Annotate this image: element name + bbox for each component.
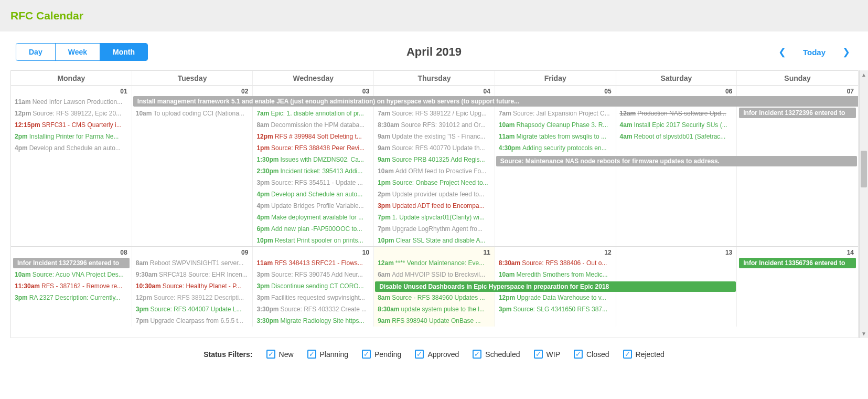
calendar-event[interactable]: 8amSource - RFS 384960 Updates ... [375, 292, 494, 303]
calendar-event[interactable]: 11:30amRFS - 387162 - Remove re... [12, 280, 131, 292]
calendar-event[interactable]: 7pm1. Update slpvclar01(Clarity) wi... [375, 212, 494, 223]
calendar-event[interactable]: 11amMigrate tables from swsqlis to ... [496, 131, 615, 142]
calendar-event[interactable]: 12am**** Vendor Maintenance: Eve... [375, 257, 494, 269]
event-title: Upgrade LogRhythm Agent fro... [392, 225, 483, 233]
calendar-event[interactable]: 1pmSource: RFS 388438 Peer Revi... [254, 142, 372, 154]
calendar-event[interactable]: 3pmSource: RFS 354511 - Update ... [254, 177, 372, 188]
day-cell[interactable]: 098amReboot SWPVINSIGHT1 server...9:30am… [132, 247, 253, 327]
calendar-event[interactable]: 3pmFacilities requested swpvinsight... [254, 292, 372, 303]
calendar-event[interactable]: 10pmClear SSL State and disable A... [375, 235, 494, 246]
calendar-event[interactable]: 3pmRA 2327 Description: Currently... [12, 292, 131, 303]
event-title: Production NAS software Upd... [637, 110, 726, 117]
calendar-event[interactable]: 3pmDiscontinue sending CT CORO... [254, 280, 372, 292]
calendar-event[interactable]: 8:30amupdate system pulse to the l... [375, 303, 494, 315]
calendar-event[interactable]: 1pmSource: Onbase Project Need to... [375, 177, 494, 188]
calendar-event[interactable]: 4pmMake deployment available for ... [254, 212, 372, 223]
calendar-event[interactable]: 7pmUpgrade Clearpass from 6.5.5 t... [133, 315, 252, 327]
filter-wip[interactable]: ✓WIP [534, 350, 560, 359]
next-month-icon[interactable]: ❯ [840, 44, 852, 60]
events-list: 10amTo upload coding CCI (Nationa... [132, 108, 253, 119]
calendar-event[interactable]: 3pmSource: RFS 404007 Update L... [133, 303, 252, 315]
calendar-event[interactable]: 9:30amSRFC#18 Source: EHR Incen... [133, 269, 252, 280]
calendar-event[interactable]: 4amReboot of slpvstdb01 (Safetrac... [617, 131, 736, 142]
day-cell[interactable]: 047amSource: RFS 389122 / Epic Upg...8:3… [374, 86, 495, 246]
event-time: 3pm [256, 179, 270, 186]
all-day-event[interactable]: Infor Incident 13272396 entered to [739, 108, 856, 118]
calendar-event[interactable]: 8amReboot SWPVINSIGHT1 server... [133, 257, 252, 269]
calendar-event[interactable]: 9amUpdate the existing "IS - Financ... [375, 131, 494, 142]
calendar-event[interactable]: 8amDecommission the HPM databa... [254, 119, 372, 131]
filter-pending[interactable]: ✓Pending [362, 350, 401, 359]
calendar-event[interactable]: 10amAdd ORM feed to Proactive Fo... [375, 165, 494, 177]
calendar-event[interactable]: 2:30pmIncident ticket: 395413 Addi... [254, 165, 372, 177]
calendar-event[interactable]: 9amRFS 398940 Update OnBase ... [375, 315, 494, 327]
calendar-event[interactable]: 12pmUpgrade Data Warehouse to v... [496, 292, 615, 303]
calendar-event[interactable]: 3pmSource: SLG 4341650 RFS 387... [496, 303, 615, 315]
calendar-event[interactable]: 4pmUpdate Bridges Profile Variable... [254, 200, 372, 212]
event-title: Source: RFS 400770 Update th... [392, 144, 485, 152]
day-cell[interactable]: 037amEpic: 1. disable annotation of pr..… [253, 86, 374, 246]
multi-day-event[interactable]: Install management framework 5.1 and ena… [133, 96, 859, 107]
day-cell[interactable]: 1011amRFS 348413 SRFC21 - Flows...3pmSou… [253, 247, 374, 327]
event-title: Source: Jail Expansion Project C... [513, 110, 610, 117]
calendar-event[interactable]: 2pmUpdate provider update feed to... [375, 188, 494, 200]
calendar-event[interactable]: 4pmDevelop and Schedule an auto... [12, 142, 131, 154]
calendar-event[interactable]: 10amRhapsody Cleanup Phase 3. R... [496, 119, 615, 131]
calendar-event[interactable]: 8:30amSource: RFS 388406 - Out o... [496, 257, 615, 269]
filter-approved[interactable]: ✓Approved [415, 350, 459, 359]
vertical-scrollbar[interactable]: ▲ ▼ [859, 70, 868, 338]
calendar-event[interactable]: 3:30pmMigrate Radiology Site https... [254, 315, 372, 327]
all-day-event[interactable]: Infor Incident 13272396 entered to [13, 258, 130, 268]
calendar-event[interactable]: 7amSource: RFS 389122 / Epic Upg... [375, 108, 494, 119]
prev-month-icon[interactable]: ❮ [776, 44, 788, 60]
filter-rejected[interactable]: ✓Rejected [623, 350, 665, 359]
filter-closed[interactable]: ✓Closed [574, 350, 609, 359]
calendar-event[interactable]: 12pmSource: RFS 389122, Epic 20... [12, 108, 131, 119]
multi-day-event[interactable]: Source: Maintenance NAS node reboots for… [496, 156, 857, 166]
calendar-event[interactable]: 6amAdd MHVOIP SSID to Brecksvil... [375, 269, 494, 280]
calendar-event[interactable]: 3pmUpdated ADT feed to Encompa... [375, 200, 494, 212]
view-month-button[interactable]: Month [100, 44, 147, 60]
today-button[interactable]: Today [803, 48, 826, 57]
multi-day-event[interactable]: Disable Unused Dashboards in Epic Hypers… [375, 281, 736, 292]
calendar-event[interactable]: 10pmRestart Print spooler on prints... [254, 235, 372, 246]
calendar-event[interactable]: 4amInstall Epic 2017 Security SUs (... [617, 119, 736, 131]
calendar-event[interactable]: 7pmUpgrade LogRhythm Agent fro... [375, 223, 494, 235]
calendar-event[interactable]: 10amSource: Acuo VNA Project Des... [12, 269, 131, 280]
filter-scheduled[interactable]: ✓Scheduled [473, 350, 520, 359]
day-cell[interactable]: 14Infor Incident 13356736 entered to [737, 247, 858, 327]
day-cell[interactable]: 08Infor Incident 13272396 entered to10am… [11, 247, 132, 327]
calendar-event[interactable]: 4:30pmAdding security protocols en... [496, 142, 615, 154]
calendar-event[interactable]: 2pmInstalling Printer for Parma Ne... [12, 131, 131, 142]
calendar-event[interactable]: 9amSource PRB 401325 Add Regis... [375, 154, 494, 165]
calendar-event[interactable]: 3:30pmSource: RFS 403332 Create ... [254, 303, 372, 315]
event-time: 12am [620, 110, 636, 117]
filter-new[interactable]: ✓New [266, 350, 294, 359]
calendar-event[interactable]: 8:30amSource RFS: 391012 and Or... [375, 119, 494, 131]
calendar-event[interactable]: 11amNeed Infor Lawson Production... [12, 96, 131, 108]
calendar-event[interactable]: 12pmSource: RFS 389122 Descripti... [133, 292, 252, 303]
calendar-event[interactable]: 4pmDevelop and Schedule an auto... [254, 188, 372, 200]
calendar-event[interactable]: 12:15pmSRFC31 - CMS Quarterly i... [12, 119, 131, 131]
calendar-event[interactable]: 11amRFS 348413 SRFC21 - Flows... [254, 257, 372, 269]
day-cell[interactable]: 0210amTo upload coding CCI (Nationa... [132, 86, 253, 246]
calendar-event[interactable]: 9amSource: RFS 400770 Update th... [375, 142, 494, 154]
calendar-event[interactable]: 10amTo upload coding CCI (Nationa... [133, 108, 252, 119]
calendar-event[interactable]: 10amMeredith Smothers from Medic... [496, 269, 615, 280]
day-cell[interactable]: 0111amNeed Infor Lawson Production...12p… [11, 86, 132, 246]
calendar-event[interactable]: 1:30pmIssues with DMZDNS02. Ca... [254, 154, 372, 165]
all-day-event[interactable]: Infor Incident 13356736 entered to [739, 258, 856, 268]
event-time: 4pm [256, 202, 270, 209]
filter-planning[interactable]: ✓Planning [307, 350, 349, 359]
view-day-button[interactable]: Day [16, 44, 56, 60]
day-header: Sunday [737, 71, 858, 86]
day-number: 12 [495, 247, 616, 257]
calendar-event[interactable]: 7amSource: Jail Expansion Project C... [496, 108, 615, 119]
calendar-event[interactable]: 12amProduction NAS software Upd... [617, 108, 736, 119]
calendar-event[interactable]: 10:30amSource: Healthy Planet - P... [133, 280, 252, 292]
calendar-event[interactable]: 3pmSource: RFS 390745 Add Neur... [254, 269, 372, 280]
calendar-event[interactable]: 7amEpic: 1. disable annotation of pr... [254, 108, 372, 119]
calendar-event[interactable]: 6pmAdd new plan -FAP500OOC to... [254, 223, 372, 235]
calendar-event[interactable]: 12pmRFS # 399984 Soft Deleting t... [254, 131, 372, 142]
view-week-button[interactable]: Week [56, 44, 100, 60]
